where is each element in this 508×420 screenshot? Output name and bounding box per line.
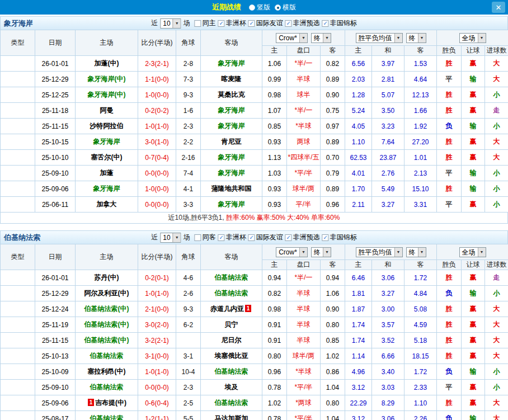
score: 3-0(1-0) <box>138 134 176 150</box>
match-result: 胜 <box>437 395 462 411</box>
col-result: 胜负 <box>437 260 462 270</box>
europe-draw-odds: 3.27 <box>372 197 404 213</box>
checkbox-icon[interactable] <box>195 20 201 27</box>
chevron-down-icon: ▼ <box>323 248 331 257</box>
competition-type: 国际友谊 <box>1 333 35 348</box>
filter-checkbox[interactable]: ✓非洲预选 <box>285 233 320 242</box>
filter-checkbox[interactable]: ✓国际友谊 <box>248 233 283 242</box>
checkbox-icon[interactable]: ✓ <box>322 20 329 27</box>
corner-count: 9-3 <box>176 87 201 103</box>
handicap-line: *平/半 <box>287 380 321 395</box>
scope-dropdown[interactable]: 全场▼ <box>459 33 486 43</box>
match-row: 非洲杯25-12-29象牙海岸(中)1-1(0-0)7-3喀麦隆0.99半球0.… <box>1 72 508 87</box>
filter-checkbox[interactable]: ✓非洲杯 <box>218 233 246 242</box>
europe-odds-dropdown[interactable]: 胜平负均值▼ <box>356 247 403 257</box>
col-handicap-away: 客 <box>321 260 345 270</box>
score: 3-1(0-0) <box>138 348 176 364</box>
filter-checkbox[interactable]: 同客 <box>195 233 216 242</box>
red-card-badge: 1 <box>88 399 94 406</box>
dropdown-value: 终 <box>312 248 323 257</box>
final-odds-dropdown[interactable]: 终▼ <box>406 247 426 257</box>
handicap-away-odds: 1.02 <box>321 348 345 364</box>
score: 0-2(0-2) <box>138 103 176 119</box>
match-count-dropdown[interactable]: 10▼ <box>160 233 181 243</box>
europe-home-odds: 3.12 <box>345 380 372 395</box>
competition-type: 国际友谊 <box>1 119 35 134</box>
checkbox-icon[interactable]: ✓ <box>218 234 225 241</box>
handicap-away-odds: 0.85 <box>321 333 345 348</box>
bookmaker-dropdown[interactable]: Crow*▼ <box>276 33 308 43</box>
match-row: 非洲杯25-12-29阿尔及利亚(中)1-0(1-0)2-6伯基纳法索0.82半… <box>1 286 508 301</box>
checkbox-icon[interactable] <box>195 234 201 241</box>
europe-away-odds: 12.13 <box>404 87 437 103</box>
match-row: 国际友谊25-11-15伯基纳法索(中)3-2(2-1)尼日尔0.91半球0.8… <box>1 333 508 348</box>
competition-type: 非洲杯 <box>1 286 35 301</box>
final-odds-dropdown[interactable]: 终▼ <box>406 33 426 43</box>
europe-home-odds: 3.12 <box>345 411 372 420</box>
match-count-dropdown[interactable]: 10▼ <box>160 18 181 29</box>
home-team: 塞舌尔(中) <box>76 150 138 166</box>
handicap-home-odds: 0.91 <box>262 333 287 348</box>
match-date: 25-10-15 <box>35 134 76 150</box>
radio-icon[interactable] <box>275 4 281 11</box>
filter-checkbox[interactable]: ✓国际友谊 <box>248 18 283 28</box>
goals-result: 小 <box>485 197 508 213</box>
radio-label: 竖版 <box>257 3 270 12</box>
match-result: 平 <box>437 72 462 87</box>
final-odds-dropdown[interactable]: 终▼ <box>311 33 331 43</box>
europe-home-odds: 62.53 <box>345 150 372 166</box>
competition-type: 非洲预选 <box>1 181 35 197</box>
away-team: 伯基纳法索 <box>201 364 262 380</box>
scope-dropdown[interactable]: 全场▼ <box>459 247 486 257</box>
col-handicap-line: 盘口 <box>287 260 321 270</box>
europe-odds-dropdown[interactable]: 胜平负均值▼ <box>356 33 403 43</box>
checkbox-icon[interactable]: ✓ <box>248 234 255 241</box>
filter-checkbox[interactable]: 同主 <box>195 18 216 28</box>
checkbox-icon[interactable]: ✓ <box>248 20 255 27</box>
match-date: 25-10-09 <box>35 364 76 380</box>
radio-icon[interactable] <box>249 4 255 11</box>
checkbox-icon[interactable]: ✓ <box>285 234 292 241</box>
handicap-line: 半球 <box>287 286 321 301</box>
handicap-home-odds: 0.99 <box>262 72 287 87</box>
checkbox-icon[interactable]: ✓ <box>218 20 225 27</box>
europe-home-odds: 2.03 <box>345 72 372 87</box>
match-result: 负 <box>437 411 462 420</box>
handicap-result: 输 <box>462 166 485 181</box>
bookmaker-dropdown[interactable]: Crow*▼ <box>276 247 308 257</box>
goals-result: 大 <box>485 395 508 411</box>
filter-checkbox[interactable]: ✓非国锦标 <box>322 18 357 28</box>
filter-checkbox[interactable]: ✓非国锦标 <box>322 233 357 242</box>
handicap-result: 输 <box>462 181 485 197</box>
home-team: 加拿大 <box>76 197 138 213</box>
away-team: 肯尼亚 <box>201 134 262 150</box>
layout-mode-option[interactable]: 横版 <box>275 3 296 12</box>
competition-type: 非洲预选 <box>1 166 35 181</box>
checkbox-icon[interactable]: ✓ <box>285 20 292 27</box>
handicap-header: Crow*▼ 终▼ <box>262 30 345 46</box>
corner-count: 2-16 <box>176 150 201 166</box>
final-odds-dropdown[interactable]: 终▼ <box>311 247 331 257</box>
chevron-down-icon: ▼ <box>173 233 181 242</box>
filter-label: 非洲预选 <box>293 18 320 28</box>
away-team: 埃塞俄比亚 <box>201 348 262 364</box>
competition-type: 非洲杯 <box>1 301 35 317</box>
match-result: 胜 <box>437 87 462 103</box>
corner-count: 2-8 <box>176 56 201 72</box>
handicap-line: 半球 <box>287 333 321 348</box>
filter-checkbox[interactable]: ✓非洲预选 <box>285 18 320 28</box>
away-team: 象牙海岸 <box>201 197 262 213</box>
col-corner: 角球 <box>176 244 201 270</box>
filter-checkbox[interactable]: ✓非洲杯 <box>218 18 246 28</box>
col-date: 日期 <box>35 30 76 56</box>
score: 1-0(1-0) <box>138 119 176 134</box>
europe-draw-odds: 23.87 <box>372 150 404 166</box>
layout-mode-option[interactable]: 竖版 <box>249 3 270 12</box>
close-button[interactable]: ✕ <box>492 2 505 13</box>
match-row: 非洲杯26-01-01苏丹(中)0-2(0-1)4-6伯基纳法索0.94*半/一… <box>1 270 508 286</box>
home-team: 加蓬(中) <box>76 56 138 72</box>
home-team: 象牙海岸 <box>76 181 138 197</box>
score: 0-2(0-1) <box>138 270 176 286</box>
score: 1-0(0-0) <box>138 87 176 103</box>
checkbox-icon[interactable]: ✓ <box>322 234 329 241</box>
